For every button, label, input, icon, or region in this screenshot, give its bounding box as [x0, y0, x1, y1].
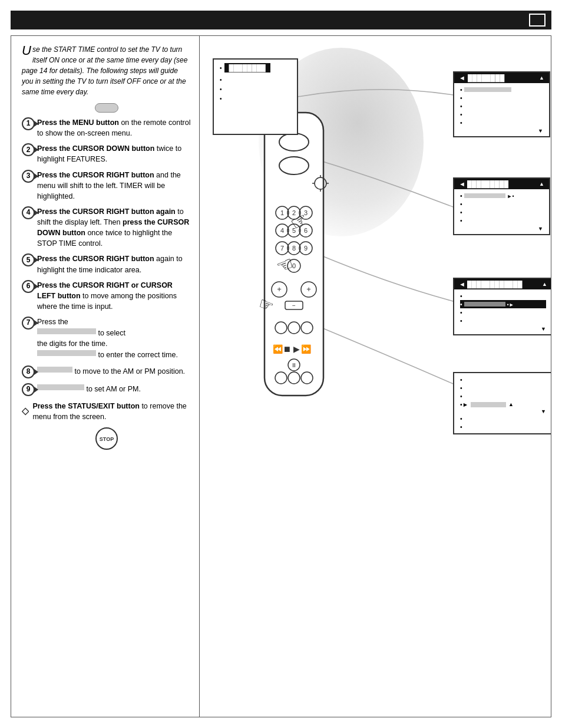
svg-text:−: − — [292, 302, 296, 309]
menu-box-4: ◄ ████████████ ▲ • • •► • • ▼ — [453, 278, 551, 335]
menu-box-2: ◄████████ ▲ • • • • • ▼ — [453, 71, 550, 137]
menu-5-arrow-down: ▼ — [460, 409, 546, 414]
step-3: 3 Press the CURSOR RIGHT button and the … — [22, 170, 191, 202]
svg-text:4: 4 — [280, 227, 284, 234]
step-5-number: 5 — [22, 253, 35, 266]
right-panel: • ████████ • • • ◄████████ ▲ • • • • • ▼ — [200, 36, 551, 717]
step-9: 9 to set AM or PM. — [22, 383, 191, 396]
svg-text:7: 7 — [280, 245, 284, 252]
menu-4-item4: • — [460, 317, 546, 325]
svg-marker-0 — [22, 408, 29, 414]
intro-text: U se the START TIME control to set the T… — [22, 44, 191, 97]
menu-5-item5: • — [460, 414, 546, 423]
step-4: 4 Press the CURSOR RIGHT button again to… — [22, 206, 191, 249]
step-6-number: 6 — [22, 280, 35, 293]
menu-4-item2-highlighted: • •► — [460, 300, 546, 308]
svg-text:8: 8 — [292, 245, 296, 252]
svg-text:+: + — [277, 285, 282, 294]
left-panel: U se the START TIME control to set the T… — [11, 36, 200, 717]
page-number-box — [529, 14, 546, 27]
menu-5-item1: • — [460, 375, 546, 384]
step-7: 7 Press the to select the digits for the… — [22, 317, 191, 361]
step-7-number: 7 — [22, 317, 35, 330]
step-1-number: 1 — [22, 117, 35, 130]
step-5: 5 Press the CURSOR RIGHT button again to… — [22, 253, 191, 275]
header-bar — [11, 11, 551, 29]
remote-control-svg: 1 2 3 4 5 6 7 8 9 0 + + − — [235, 107, 353, 460]
menu-5-item3: • — [460, 392, 546, 400]
menu-4-item1: • — [460, 292, 546, 300]
menu-2-item3: • — [460, 102, 543, 110]
step-6: 6 Press the CURSOR RIGHT or CURSOR LEFT … — [22, 280, 191, 312]
step-8: 8 to move to the AM or PM position. — [22, 365, 191, 378]
svg-text:STOP: STOP — [99, 436, 113, 442]
menu-4-title: ◄ ████████████ ▲ — [454, 279, 551, 289]
step-1-text: Press the MENU button on the remote cont… — [37, 117, 191, 139]
intro-body: se the START TIME control to set the TV … — [22, 45, 187, 96]
step-1: 1 Press the MENU button on the remote co… — [22, 117, 191, 139]
menu-2-item2: • — [460, 94, 543, 102]
remote-icon-small — [95, 103, 118, 113]
menu-3-item1: • ►• — [460, 192, 543, 200]
final-step-text: Press the STATUS/EXIT button to remove t… — [32, 401, 191, 422]
menu-3-arrow-down: ▼ — [460, 225, 543, 232]
stop-button-icon: STOP — [95, 427, 118, 450]
menu-2-arrow-down: ▼ — [460, 127, 543, 134]
step-2-number: 2 — [22, 143, 35, 156]
menu-1-item2: • — [220, 75, 291, 84]
step-2: 2 Press the CURSOR DOWN button twice to … — [22, 143, 191, 164]
step-8-number: 8 — [22, 365, 35, 378]
step-5-text: Press the CURSOR RIGHT button again to h… — [37, 253, 191, 275]
step-3-number: 3 — [22, 170, 35, 183]
svg-text:⏹: ⏹ — [283, 344, 291, 354]
svg-text:▶: ▶ — [293, 344, 300, 354]
step-3-text: Press the CURSOR RIGHT button and the me… — [37, 170, 191, 202]
menu-3-title: ◄ █████████ ▲ — [454, 179, 549, 189]
final-step: Press the STATUS/EXIT button to remove t… — [22, 401, 191, 422]
svg-text:+: + — [306, 285, 311, 294]
step-7-text: Press the to select the digits for the t… — [37, 317, 191, 361]
svg-text:⏸: ⏸ — [291, 362, 297, 368]
menu-3-item2: • — [460, 200, 543, 208]
menu-1-item3: • — [220, 84, 291, 94]
menu-1-item4: • — [220, 94, 291, 103]
menu-5-items: • • • •► ▲ ▼ • • — [454, 373, 551, 433]
big-letter: U — [22, 44, 31, 57]
menu-box-3: ◄ █████████ ▲ • ►• • • • ▼ — [453, 177, 550, 235]
menu-4-arrow-down: ▼ — [460, 325, 546, 332]
svg-text:⏪: ⏪ — [273, 344, 283, 354]
menu-1-content: • ████████ • • • — [214, 60, 297, 107]
menu-5-item6: • — [460, 423, 546, 431]
svg-text:1: 1 — [280, 209, 284, 216]
svg-text:9: 9 — [304, 245, 308, 252]
menu-5-item4-time: •► ▲ — [460, 400, 546, 409]
menu-5-item2: • — [460, 384, 546, 392]
menu-3-item3: • — [460, 208, 543, 216]
menu-box-1: • ████████ • • • — [213, 58, 298, 135]
menu-2-items: • • • • • ▼ — [454, 83, 549, 136]
menu-2-item1: • — [460, 85, 543, 94]
step-9-text: to set AM or PM. — [37, 383, 191, 394]
step-8-text: to move to the AM or PM position. — [37, 365, 191, 377]
menu-3-item4: • — [460, 216, 543, 225]
menu-2-title: ◄████████ ▲ — [454, 73, 549, 83]
menu-2-item4: • — [460, 110, 543, 118]
diamond-icon — [22, 406, 29, 417]
step-2-text: Press the CURSOR DOWN button twice to hi… — [37, 143, 191, 164]
menu-4-items: • • •► • • ▼ — [454, 289, 551, 334]
step-4-number: 4 — [22, 206, 35, 219]
main-content: U se the START TIME control to set the T… — [11, 35, 551, 717]
menu-box-5: • • • •► ▲ ▼ • • — [453, 372, 551, 434]
step-9-number: 9 — [22, 383, 35, 396]
menu-1-highlighted: • ████████ — [220, 63, 291, 73]
step-4-text: Press the CURSOR RIGHT button again to s… — [37, 206, 191, 249]
menu-2-item5: • — [460, 118, 543, 127]
svg-text:⏩: ⏩ — [301, 344, 312, 354]
menu-3-items: • ►• • • • ▼ — [454, 189, 549, 234]
menu-4-item3: • — [460, 308, 546, 317]
step-6-text: Press the CURSOR RIGHT or CURSOR LEFT bu… — [37, 280, 191, 312]
